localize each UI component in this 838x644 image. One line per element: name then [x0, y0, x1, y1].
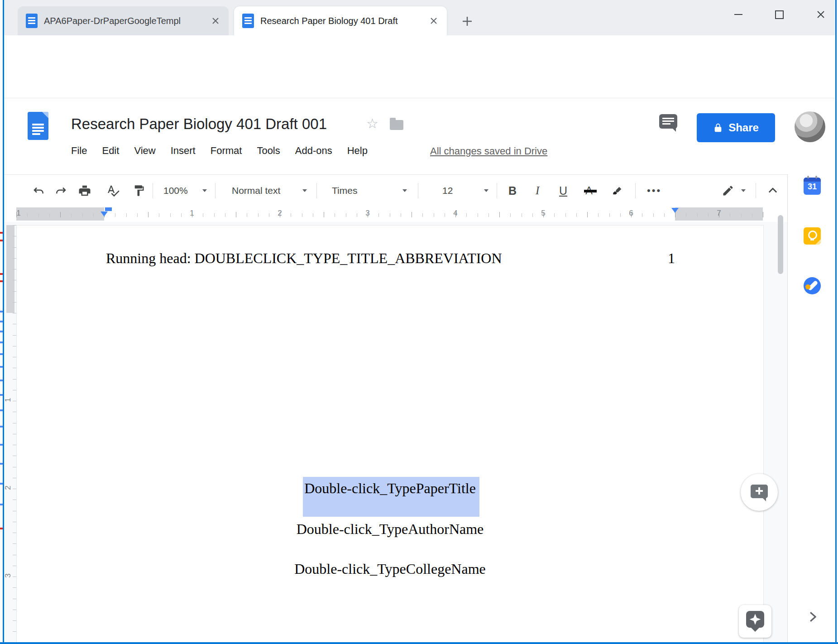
- editing-mode-button[interactable]: [722, 175, 734, 207]
- more-toolbar-options[interactable]: •••: [647, 175, 661, 207]
- print-button[interactable]: [78, 175, 91, 207]
- new-tab-button[interactable]: [459, 13, 476, 30]
- account-avatar[interactable]: [795, 111, 825, 142]
- tab-close-icon[interactable]: [428, 15, 440, 27]
- browser-toolbar: https://docs.google.com/document/d/1lnap…: [4, 35, 835, 72]
- highlight-color-button[interactable]: [611, 175, 623, 207]
- docs-favicon: [26, 14, 38, 28]
- hide-side-panel-chevron[interactable]: [806, 609, 819, 626]
- document-canvas: 1 2 3 Running head: DOUBLECLICK_TYPE_TIT…: [4, 222, 787, 644]
- bold-button[interactable]: B: [508, 175, 517, 207]
- share-label: Share: [728, 121, 759, 134]
- ruler-number: 1: [16, 209, 20, 218]
- left-indent-marker[interactable]: [101, 211, 108, 216]
- vruler-number: 3: [4, 573, 13, 577]
- window-close-button[interactable]: [806, 5, 835, 24]
- hide-menus-chevron-icon[interactable]: [766, 175, 779, 207]
- menu-view[interactable]: View: [134, 145, 155, 157]
- add-comment-button[interactable]: [741, 474, 778, 511]
- docs-header: Research Paper Biology 401 Draft 001 ☆ F…: [4, 98, 835, 174]
- docs-favicon: [242, 14, 254, 28]
- menu-bar: File Edit View Insert Format Tools Add-o…: [71, 145, 368, 157]
- undo-button[interactable]: [32, 175, 46, 207]
- comment-plus-icon: [751, 485, 768, 498]
- vertical-ruler: [13, 225, 16, 642]
- tab-close-icon[interactable]: [210, 15, 221, 27]
- save-status[interactable]: All changes saved in Drive: [430, 145, 547, 157]
- page-number-text[interactable]: 1: [589, 249, 675, 267]
- menu-edit[interactable]: Edit: [102, 145, 119, 157]
- google-calendar-icon[interactable]: 31: [804, 178, 821, 195]
- document-title[interactable]: Research Paper Biology 401 Draft 001: [71, 115, 327, 133]
- paragraph-style-select[interactable]: Normal text: [232, 175, 280, 207]
- star-document-icon[interactable]: ☆: [366, 115, 378, 131]
- ruler-number: 1: [190, 209, 194, 218]
- google-keep-icon[interactable]: [804, 227, 821, 245]
- tab-research-paper[interactable]: Research Paper Biology 401 Draft: [234, 6, 447, 35]
- window-minimize-button[interactable]: [724, 5, 753, 24]
- menu-help[interactable]: Help: [347, 145, 368, 157]
- menu-tools[interactable]: Tools: [257, 145, 280, 157]
- ruler-number: 3: [365, 209, 369, 218]
- paper-title-text[interactable]: Double-click_TypePaperTitle: [105, 479, 675, 497]
- right-indent-marker[interactable]: [671, 208, 679, 213]
- explore-star-icon: [746, 611, 764, 628]
- explore-button[interactable]: [739, 605, 771, 638]
- docs-toolbar: 100% Normal text Times 12 B I U A •••: [4, 174, 787, 207]
- menu-format[interactable]: Format: [211, 145, 242, 157]
- zoom-select[interactable]: 100%: [163, 175, 188, 207]
- share-button[interactable]: Share: [697, 113, 775, 142]
- author-name-text[interactable]: Double-click_TypeAuthorName: [105, 520, 675, 538]
- tab-strip: APA6Paper-DrPaperGoogleTempl Research Pa…: [4, 0, 835, 35]
- window-border: [0, 642, 838, 644]
- menu-file[interactable]: File: [71, 145, 87, 157]
- ruler-number: 5: [541, 209, 545, 218]
- vruler-number: 1: [4, 398, 13, 402]
- font-size-select[interactable]: 12: [442, 175, 453, 207]
- google-docs-icon[interactable]: [28, 112, 48, 140]
- window-border: [3, 0, 4, 644]
- italic-button[interactable]: I: [536, 175, 539, 207]
- google-side-panel: 31: [787, 174, 836, 644]
- tab-title: Research Paper Biology 401 Draft: [260, 16, 424, 26]
- document-page[interactable]: Running head: DOUBLECLICK_TYPE_TITLE_ABB…: [16, 225, 764, 644]
- ruler-number: 6: [629, 209, 633, 218]
- menu-insert[interactable]: Insert: [171, 145, 196, 157]
- ruler-number: 4: [453, 209, 457, 218]
- vertical-scrollbar-thumb[interactable]: [778, 215, 783, 274]
- horizontal-ruler: 1 1 2 3 4 5 6 7: [4, 206, 787, 222]
- redo-button[interactable]: [54, 175, 67, 207]
- open-comments-icon[interactable]: [659, 114, 677, 129]
- ruler-number: 2: [278, 209, 282, 218]
- font-select[interactable]: Times: [332, 175, 357, 207]
- window-maximize-button[interactable]: [765, 5, 794, 24]
- ruler-number: 7: [717, 209, 721, 218]
- tab-title: APA6Paper-DrPaperGoogleTempl: [44, 16, 206, 26]
- text-color-button[interactable]: A: [585, 175, 593, 207]
- google-tasks-icon[interactable]: [804, 277, 821, 294]
- bookmarks-bar: Apps JUSTI About the Book - J... G Googl…: [4, 72, 835, 98]
- tab-apa6paper[interactable]: APA6Paper-DrPaperGoogleTempl: [18, 6, 229, 35]
- first-line-indent-marker[interactable]: [105, 207, 112, 211]
- college-name-text[interactable]: Double-click_TypeCollegeName: [105, 560, 675, 578]
- move-folder-icon[interactable]: [390, 120, 403, 130]
- vruler-number: 2: [4, 485, 13, 490]
- running-head-text[interactable]: Running head: DOUBLECLICK_TYPE_TITLE_ABB…: [106, 249, 502, 267]
- paint-format-button[interactable]: [133, 175, 145, 207]
- window-border: [835, 0, 837, 644]
- menu-addons[interactable]: Add-ons: [295, 145, 332, 157]
- lock-icon: [713, 123, 723, 133]
- underline-button[interactable]: U: [559, 175, 567, 207]
- spellcheck-button[interactable]: [106, 175, 120, 207]
